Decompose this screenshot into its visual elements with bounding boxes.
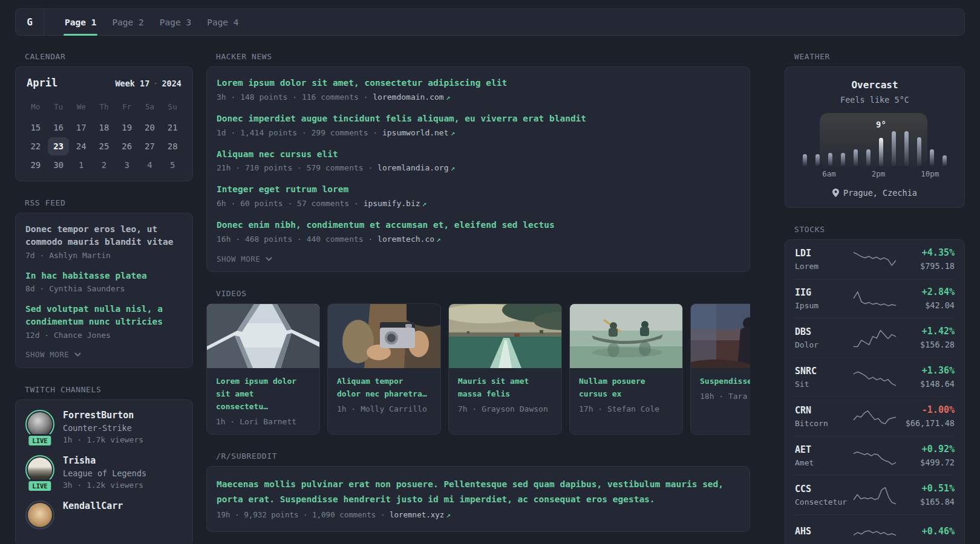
rss-item-title[interactable]: Donec tempor eros leo, ut commodo mauris… xyxy=(25,223,183,249)
dashboard-page: G Page 1 Page 2 Page 3 Page 4 CA xyxy=(15,0,965,544)
page-tabs: Page 1 Page 2 Page 3 Page 4 xyxy=(44,9,247,35)
calendar-day-next-month: 1 xyxy=(70,156,93,175)
calendar-day: 29 xyxy=(24,156,47,175)
stock-symbol[interactable]: IIG xyxy=(795,287,853,298)
hackernews-item-domain[interactable]: ipsumify.biz xyxy=(364,199,420,208)
calendar-widget: CALENDAR April Week 17·2024 Mo Tu We Th … xyxy=(15,52,193,181)
twitch-channel-row[interactable]: LIVE Trisha League of Legends 3h · 1.2k … xyxy=(25,455,183,490)
chevron-down-icon xyxy=(74,352,81,357)
hackernews-item-domain[interactable]: loremtech.co xyxy=(377,235,434,244)
hackernews-item: Donec enim nibh, condimentum et accumsan… xyxy=(217,219,740,244)
stock-row[interactable]: LDI Lorem +4.35% $795.18 xyxy=(795,240,955,279)
hackernews-item-domain[interactable]: ipsumworld.net xyxy=(382,128,449,137)
stock-price: $795.18 xyxy=(897,261,955,271)
rss-item-title[interactable]: In hac habitasse platea xyxy=(25,270,183,282)
video-card[interactable]: Mauris sit amet massa felis 7h · Grayson… xyxy=(448,303,562,435)
video-meta: 7h · Grayson Dawson xyxy=(458,404,552,413)
video-title[interactable]: Suspendisse diam xyxy=(700,375,750,387)
video-card[interactable]: Lorem ipsum dolor sit amet consectetu… 1… xyxy=(206,303,320,435)
video-card[interactable]: Suspendisse diam 18h · Tara xyxy=(690,303,750,435)
calendar-month: April xyxy=(27,77,57,89)
stock-symbol[interactable]: LDI xyxy=(795,248,853,259)
tab-page-4[interactable]: Page 4 xyxy=(199,9,246,35)
stock-row[interactable]: IIG Ipsum +2.84% $42.04 xyxy=(795,279,955,318)
channel-name[interactable]: ForrestBurton xyxy=(63,410,143,421)
twitch-channel-row[interactable]: KendallCarr xyxy=(25,500,183,536)
subreddit-post: Maecenas mollis pulvinar erat non posuer… xyxy=(217,477,740,519)
stock-symbol[interactable]: SNRC xyxy=(795,366,853,377)
hackernews-item-meta: 21h · 710 points · 579 comments · loreml… xyxy=(217,163,740,172)
weather-hour-labels: 6am2pm10pm xyxy=(795,169,955,178)
stock-symbol[interactable]: CRN xyxy=(795,405,853,416)
video-thumbnail-hands-camera[interactable] xyxy=(328,304,441,368)
stock-row[interactable]: CRN Bitcorn -1.00% $66,171.48 xyxy=(795,397,955,436)
right-column: WEATHER Overcast Feels like 5°C 9° 6am2p… xyxy=(785,52,965,544)
weather-card: Overcast Feels like 5°C 9° 6am2pm10pm Pr… xyxy=(785,66,965,208)
stocks-widget-title: STOCKS xyxy=(794,225,965,234)
video-title[interactable]: Aliquam tempor dolor nec pharetra… xyxy=(337,375,431,400)
stock-sparkline xyxy=(853,485,897,505)
video-meta: 18h · Tara xyxy=(700,392,750,401)
subreddit-post-title[interactable]: Maecenas mollis pulvinar erat non posuer… xyxy=(217,477,740,507)
tab-page-1[interactable]: Page 1 xyxy=(57,9,104,35)
channel-name[interactable]: Trisha xyxy=(63,455,146,466)
hackernews-item-title[interactable]: Integer eget rutrum lorem xyxy=(217,183,740,196)
stock-symbol[interactable]: DBS xyxy=(795,326,853,337)
video-thumbnail-sea-wake[interactable] xyxy=(449,304,562,368)
calendar-day-next-month: 3 xyxy=(116,156,139,175)
twitch-channel-row[interactable]: LIVE ForrestBurton Counter-Strike 1h · 1… xyxy=(25,410,183,445)
stock-symbol[interactable]: AHS xyxy=(795,526,853,537)
weather-bar xyxy=(926,113,938,166)
calendar-day: 20 xyxy=(139,118,162,137)
hackernews-show-more-button[interactable]: SHOW MORE xyxy=(217,254,740,264)
rss-item-meta: 12d · Chance Jones xyxy=(25,331,183,340)
hackernews-item-domain[interactable]: loremlandia.org xyxy=(377,163,448,172)
hackernews-item-title[interactable]: Donec imperdiet augue tincidunt felis al… xyxy=(217,112,740,126)
hour-label xyxy=(836,169,848,178)
video-title[interactable]: Lorem ipsum dolor sit amet consectetu… xyxy=(216,375,310,413)
day-header: Su xyxy=(161,99,184,118)
hour-label: 10pm xyxy=(921,169,939,178)
video-title[interactable]: Nullam posuere cursus ex xyxy=(579,375,673,400)
calendar-day: 15 xyxy=(24,118,47,137)
tab-page-2[interactable]: Page 2 xyxy=(104,9,151,35)
hour-label xyxy=(811,169,823,178)
hackernews-item-domain[interactable]: loremdomain.com xyxy=(373,92,443,102)
app-logo[interactable]: G xyxy=(16,9,44,35)
hackernews-item-title[interactable]: Donec enim nibh, condimentum et accumsan… xyxy=(217,219,740,232)
stock-change: +1.36% xyxy=(897,365,955,376)
video-thumbnail-concrete-monoliths[interactable] xyxy=(207,304,320,368)
stock-row[interactable]: DBS Dolor +1.42% $156.28 xyxy=(795,318,955,357)
video-meta: 1h · Lori Barnett xyxy=(216,417,310,426)
hackernews-item-title[interactable]: Aliquam nec cursus elit xyxy=(217,148,740,161)
stock-row[interactable]: SNRC Sit +1.36% $148.64 xyxy=(795,357,955,397)
stock-row[interactable]: CCS Consectetur +0.51% $165.84 xyxy=(795,475,955,514)
weather-bar xyxy=(849,113,862,166)
stock-row[interactable]: AET Amet +0.92% $499.72 xyxy=(795,436,955,475)
calendar-day: 27 xyxy=(139,137,162,156)
stock-change: +0.92% xyxy=(897,444,955,455)
rss-item-title[interactable]: Sed volutpat nulla nisl, a condimentum n… xyxy=(25,303,183,329)
channel-category: Counter-Strike xyxy=(63,423,143,433)
hackernews-widget: HACKER NEWS Lorem ipsum dolor sit amet, … xyxy=(206,52,750,272)
video-thumbnail-dark-field-figure[interactable] xyxy=(691,304,750,368)
video-card[interactable]: Aliquam tempor dolor nec pharetra… 1h · … xyxy=(327,303,441,435)
stock-symbol[interactable]: CCS xyxy=(795,484,853,494)
video-thumbnail-canoe-lake[interactable] xyxy=(570,304,683,368)
subreddit-widget-title: /R/SUBREDDIT xyxy=(216,452,750,461)
subreddit-post-domain[interactable]: loremnet.xyz xyxy=(390,510,444,519)
tab-page-3[interactable]: Page 3 xyxy=(152,9,199,35)
stock-price: $165.84 xyxy=(897,497,955,507)
hackernews-item-title[interactable]: Lorem ipsum dolor sit amet, consectetur … xyxy=(217,77,740,90)
hackernews-item: Aliquam nec cursus elit 21h · 710 points… xyxy=(217,148,740,173)
hackernews-item-meta: 1d · 1,414 points · 299 comments · ipsum… xyxy=(217,128,740,137)
channel-name[interactable]: KendallCarr xyxy=(63,500,123,511)
stock-sparkline xyxy=(853,367,897,387)
stock-row[interactable]: AHS +0.46% xyxy=(795,514,955,544)
video-title[interactable]: Mauris sit amet massa felis xyxy=(458,375,552,400)
stock-symbol[interactable]: AET xyxy=(795,444,853,455)
video-card[interactable]: Nullam posuere cursus ex 17h · Stefan Co… xyxy=(569,303,683,435)
calendar-day: 17 xyxy=(70,118,93,137)
calendar-day-next-month: 2 xyxy=(93,156,116,175)
rss-show-more-button[interactable]: SHOW MORE xyxy=(25,350,183,359)
